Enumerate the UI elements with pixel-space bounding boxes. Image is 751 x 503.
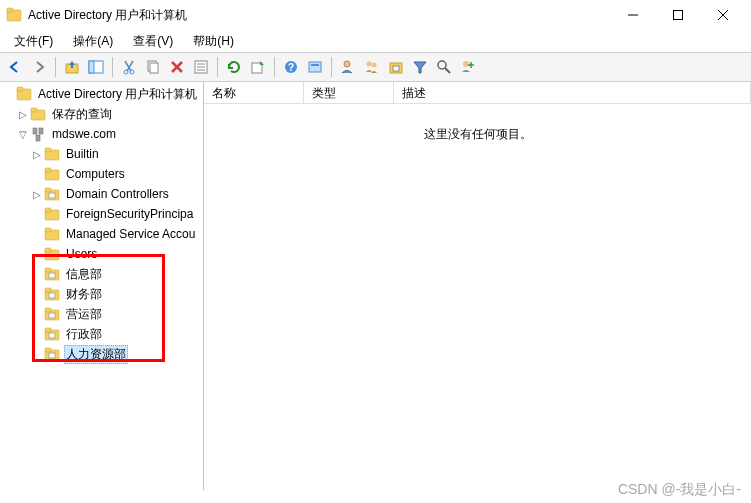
find-icon[interactable] <box>433 56 455 78</box>
tree-domain[interactable]: ▽ mdswe.com <box>0 124 203 144</box>
tree-computers[interactable]: Computers <box>0 164 203 184</box>
aduc-icon <box>16 86 32 102</box>
folder-icon <box>30 106 46 122</box>
svg-rect-3 <box>673 11 682 20</box>
separator <box>55 57 56 77</box>
tree-label: 信息部 <box>64 265 104 284</box>
tree-ou-admin[interactable]: 行政部 <box>0 324 203 344</box>
tree-label: 保存的查询 <box>50 105 114 124</box>
svg-rect-47 <box>45 228 51 232</box>
tree-users[interactable]: Users <box>0 244 203 264</box>
svg-rect-45 <box>45 208 51 212</box>
tree-saved-queries[interactable]: ▷ 保存的查询 <box>0 104 203 124</box>
svg-rect-55 <box>49 293 55 298</box>
folder-icon <box>44 166 60 182</box>
filter-icon[interactable] <box>409 56 431 78</box>
list-panel: 名称 类型 描述 这里没有任何项目。 <box>204 82 751 490</box>
svg-rect-51 <box>45 268 51 272</box>
expand-icon[interactable]: ▷ <box>16 109 30 120</box>
svg-rect-12 <box>150 63 158 73</box>
add-user-to-group-icon[interactable] <box>457 56 479 78</box>
tree-foreign-security-principals[interactable]: ForeignSecurityPrincipa <box>0 204 203 224</box>
menu-file[interactable]: 文件(F) <box>4 31 63 52</box>
folder-icon <box>44 206 60 222</box>
export-icon[interactable] <box>247 56 269 78</box>
svg-rect-8 <box>89 61 94 73</box>
svg-point-22 <box>344 61 350 67</box>
menu-action[interactable]: 操作(A) <box>63 31 123 52</box>
delete-icon[interactable] <box>166 56 188 78</box>
back-button[interactable] <box>4 56 26 78</box>
separator <box>112 57 113 77</box>
menu-help[interactable]: 帮助(H) <box>183 31 244 52</box>
menu-view[interactable]: 查看(V) <box>123 31 183 52</box>
svg-rect-36 <box>36 135 40 141</box>
folder-icon <box>44 226 60 242</box>
svg-rect-57 <box>45 308 51 312</box>
collapse-icon[interactable]: ▽ <box>16 129 30 140</box>
tree-ou-info[interactable]: 信息部 <box>0 264 203 284</box>
expand-icon[interactable]: ▷ <box>30 149 44 160</box>
tree-label: Active Directory 用户和计算机 <box>36 85 199 104</box>
svg-rect-35 <box>39 128 43 134</box>
svg-rect-40 <box>45 168 51 172</box>
new-user-icon[interactable] <box>337 56 359 78</box>
tree-label: 人力资源部 <box>64 345 128 364</box>
cut-icon[interactable] <box>118 56 140 78</box>
folder-icon <box>44 246 60 262</box>
svg-rect-1 <box>7 8 13 12</box>
svg-rect-20 <box>309 62 321 72</box>
window-title: Active Directory 用户和计算机 <box>28 7 610 24</box>
tree-label: Builtin <box>64 146 101 162</box>
svg-point-27 <box>438 61 446 69</box>
tree-root[interactable]: Active Directory 用户和计算机 <box>0 84 203 104</box>
refresh-icon[interactable] <box>223 56 245 78</box>
properties-icon[interactable] <box>190 56 212 78</box>
svg-point-23 <box>367 62 372 67</box>
svg-rect-34 <box>33 128 37 134</box>
container-icon[interactable] <box>304 56 326 78</box>
tree-panel[interactable]: Active Directory 用户和计算机 ▷ 保存的查询 ▽ mdswe.… <box>0 82 204 490</box>
separator <box>217 57 218 77</box>
svg-rect-31 <box>17 87 23 91</box>
svg-rect-64 <box>49 353 55 358</box>
svg-rect-63 <box>45 348 51 352</box>
minimize-button[interactable] <box>610 1 655 29</box>
copy-icon[interactable] <box>142 56 164 78</box>
window-controls <box>610 1 745 29</box>
forward-button[interactable] <box>28 56 50 78</box>
column-type[interactable]: 类型 <box>304 82 394 103</box>
ou-icon <box>44 346 60 362</box>
tree-label: ForeignSecurityPrincipa <box>64 206 195 222</box>
folder-icon <box>44 146 60 162</box>
tree-ou-operations[interactable]: 营运部 <box>0 304 203 324</box>
show-hide-tree-icon[interactable] <box>85 56 107 78</box>
new-ou-icon[interactable] <box>385 56 407 78</box>
tree-label: 营运部 <box>64 305 104 324</box>
column-name[interactable]: 名称 <box>204 82 304 103</box>
tree-builtin[interactable]: ▷ Builtin <box>0 144 203 164</box>
svg-rect-60 <box>45 328 51 332</box>
close-button[interactable] <box>700 1 745 29</box>
maximize-button[interactable] <box>655 1 700 29</box>
svg-point-10 <box>130 70 134 74</box>
new-group-icon[interactable] <box>361 56 383 78</box>
svg-rect-49 <box>45 248 51 252</box>
svg-line-28 <box>445 68 450 73</box>
svg-rect-42 <box>45 188 51 192</box>
tree-ou-hr[interactable]: 人力资源部 <box>0 344 203 364</box>
column-description[interactable]: 描述 <box>394 82 751 103</box>
ou-icon <box>44 286 60 302</box>
tree-label: Domain Controllers <box>64 186 171 202</box>
menu-bar: 文件(F) 操作(A) 查看(V) 帮助(H) <box>0 30 751 52</box>
tree-domain-controllers[interactable]: ▷ Domain Controllers <box>0 184 203 204</box>
expand-icon[interactable]: ▷ <box>30 189 44 200</box>
help-icon[interactable]: ? <box>280 56 302 78</box>
up-icon[interactable] <box>61 56 83 78</box>
tree-label: 行政部 <box>64 325 104 344</box>
separator <box>331 57 332 77</box>
tree-ou-finance[interactable]: 财务部 <box>0 284 203 304</box>
ou-icon <box>44 326 60 342</box>
tree-managed-service-accounts[interactable]: Managed Service Accou <box>0 224 203 244</box>
svg-rect-52 <box>49 273 55 278</box>
